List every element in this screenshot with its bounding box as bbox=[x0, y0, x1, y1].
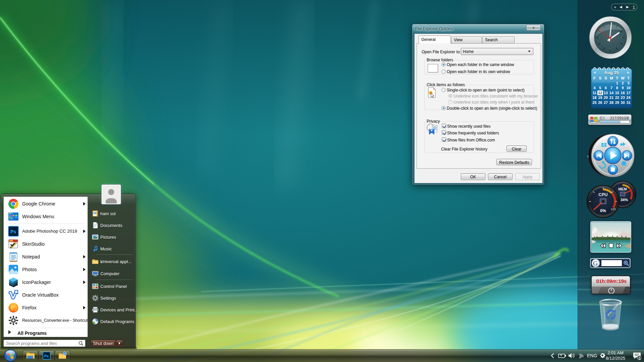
svg-text:0%: 0% bbox=[600, 208, 606, 213]
svg-text:Start: Start bbox=[9, 212, 12, 213]
svg-text:CPU: CPU bbox=[598, 192, 607, 197]
svg-text:Ps: Ps bbox=[10, 229, 16, 234]
svg-text:Ps: Ps bbox=[44, 354, 49, 358]
svg-text:100: 100 bbox=[610, 207, 615, 211]
svg-text:MEM: MEM bbox=[618, 187, 627, 191]
svg-text:34%: 34% bbox=[621, 198, 628, 202]
svg-text:1: 1 bbox=[639, 356, 641, 360]
svg-text:‹: ‹ bbox=[587, 153, 589, 159]
svg-text:G: G bbox=[593, 260, 598, 267]
